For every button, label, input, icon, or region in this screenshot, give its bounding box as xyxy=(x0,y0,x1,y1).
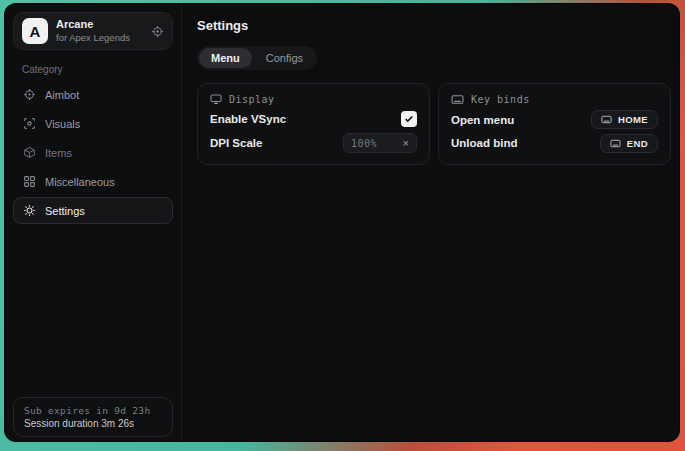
sidebar-item-label: Visuals xyxy=(45,118,80,130)
vsync-row: Enable VSync xyxy=(210,109,417,129)
grid-icon xyxy=(23,175,36,188)
tab-menu[interactable]: Menu xyxy=(199,48,252,68)
dpi-label: DPI Scale xyxy=(210,137,262,149)
gear-icon xyxy=(23,204,36,217)
sidebar-item-visuals[interactable]: Visuals xyxy=(13,110,173,137)
display-card-title: Display xyxy=(229,94,275,105)
open-menu-bind-button[interactable]: HOME xyxy=(591,110,658,129)
sub-expires-text: Sub expires in 9d 23h xyxy=(24,405,162,416)
sidebar: A Arcane for Apex Legends Category xyxy=(5,4,182,441)
sidebar-item-aimbot[interactable]: Aimbot xyxy=(13,81,173,108)
crosshair-icon xyxy=(23,88,36,101)
app-logo: A xyxy=(22,18,48,44)
unload-bind-button[interactable]: END xyxy=(600,134,658,153)
tab-bar: Menu Configs xyxy=(197,46,317,70)
open-menu-bind-value: HOME xyxy=(618,114,648,125)
app-header-card: A Arcane for Apex Legends xyxy=(13,12,173,50)
sidebar-item-label: Items xyxy=(45,147,72,159)
session-duration-text: Session duration 3m 26s xyxy=(24,418,162,429)
dpi-row: DPI Scale 100% × xyxy=(210,133,417,153)
app-title: Arcane xyxy=(56,18,143,32)
target-icon[interactable] xyxy=(151,25,164,38)
sidebar-item-settings[interactable]: Settings xyxy=(13,197,173,224)
monitor-icon xyxy=(210,93,222,105)
subscription-info-box: Sub expires in 9d 23h Session duration 3… xyxy=(13,397,173,437)
sidebar-item-items[interactable]: Items xyxy=(13,139,173,166)
unload-bind-label: Unload bind xyxy=(451,137,517,149)
display-card-header: Display xyxy=(210,93,417,105)
main-content: Settings Menu Configs Display xyxy=(182,4,680,441)
keyboard-icon xyxy=(610,138,621,149)
scan-eye-icon xyxy=(23,117,36,130)
app-window: A Arcane for Apex Legends Category xyxy=(4,3,680,442)
tab-configs[interactable]: Configs xyxy=(254,48,315,68)
unload-bind-row: Unload bind END xyxy=(451,133,658,153)
app-subtitle: for Apex Legends xyxy=(56,32,143,44)
cube-icon xyxy=(23,146,36,159)
dpi-value: 100% xyxy=(351,138,377,149)
keybinds-card-title: Key binds xyxy=(471,94,530,105)
sidebar-nav: Aimbot Visuals xyxy=(13,81,173,224)
keyboard-icon xyxy=(601,114,612,125)
vsync-label: Enable VSync xyxy=(210,113,286,125)
app-meta: Arcane for Apex Legends xyxy=(56,18,143,44)
check-icon xyxy=(404,114,414,124)
keyboard-icon xyxy=(451,93,464,106)
sidebar-item-label: Miscellaneous xyxy=(45,176,115,188)
page-title: Settings xyxy=(197,18,671,33)
vsync-checkbox[interactable] xyxy=(401,111,417,127)
keybinds-card-header: Key binds xyxy=(451,93,658,106)
dpi-scale-input[interactable]: 100% × xyxy=(343,133,417,153)
display-card: Display Enable VSync DPI Scale 100% × xyxy=(197,83,430,165)
open-menu-label: Open menu xyxy=(451,114,514,126)
sidebar-item-label: Aimbot xyxy=(45,89,79,101)
sidebar-item-label: Settings xyxy=(45,205,85,217)
sidebar-item-miscellaneous[interactable]: Miscellaneous xyxy=(13,168,173,195)
clear-icon[interactable]: × xyxy=(403,138,409,149)
keybinds-card: Key binds Open menu HOME Unload bin xyxy=(438,83,671,165)
category-label: Category xyxy=(22,64,173,75)
unload-bind-value: END xyxy=(627,138,648,149)
settings-cards: Display Enable VSync DPI Scale 100% × xyxy=(197,83,671,165)
open-menu-row: Open menu HOME xyxy=(451,110,658,130)
